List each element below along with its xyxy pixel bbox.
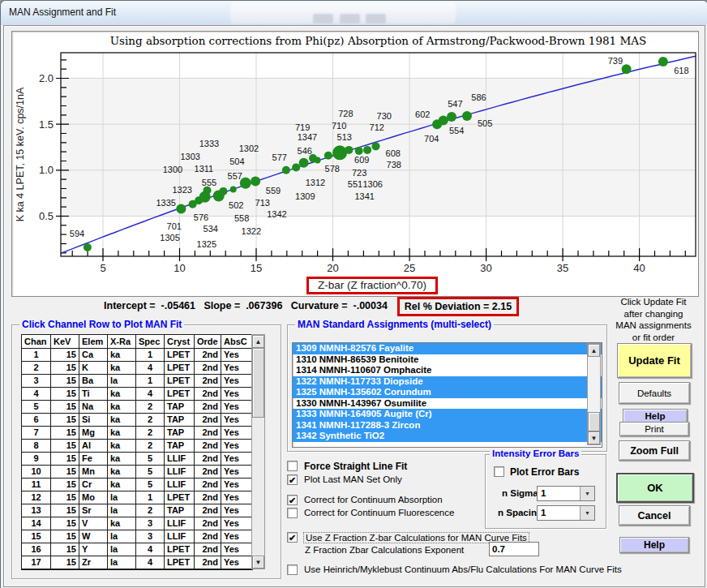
n-spacing-label: n Spacing [498, 508, 542, 517]
man-standard-item[interactable]: 1314 NMNH-110607 Omphacite [293, 365, 602, 376]
scroll-down-icon[interactable]: ▼ [252, 556, 264, 569]
table-cell: 15 [51, 466, 79, 479]
titlebar[interactable]: MAN Assignment and Fit [1, 1, 707, 25]
table-cell: TAP [165, 414, 195, 427]
channel-row[interactable]: 715Mgka2TAP2ndYes [22, 427, 252, 440]
table-cell: 4 [136, 388, 165, 401]
svg-text:730: 730 [377, 111, 392, 121]
n-spacing-value: 1 [541, 508, 546, 517]
channel-row[interactable]: 315Bala1LPET2ndYes [22, 375, 252, 388]
table-cell: 2 [136, 427, 165, 440]
table-cell: 2 [136, 414, 165, 427]
list-scroll-down-icon[interactable]: ▼ [588, 431, 600, 444]
table-cell: Yes [221, 504, 252, 517]
table-scrollbar-thumb[interactable] [252, 348, 264, 418]
channel-table-title: Click Channel Row to Plot MAN Fit [19, 319, 184, 330]
table-cell: 2nd [195, 427, 221, 440]
channel-row[interactable]: 815Alka2TAP2ndYes [22, 440, 252, 453]
table-cell: ka [108, 466, 136, 479]
correct-absorption-checkbox[interactable]: ✔ [287, 495, 298, 505]
table-cell: 15 [51, 517, 79, 530]
n-spacing-select[interactable]: 1 ▼ [537, 505, 595, 521]
man-standard-item[interactable]: 1342 Synthetic TiO2 [293, 431, 602, 442]
table-cell: Sr [79, 504, 108, 517]
list-scrollbar[interactable]: ▲ ▼ [587, 343, 601, 445]
n-sigma-label: n Sigma [502, 488, 538, 498]
svg-text:1311: 1311 [195, 164, 214, 174]
table-cell: 2nd [195, 401, 221, 414]
correct-fluorescence-checkbox[interactable] [287, 508, 298, 518]
man-standard-item[interactable]: 1333 NMNH-164905 Augite (Cr) [293, 409, 602, 420]
man-standard-item[interactable]: 1309 NMNH-82576 Fayalite [293, 343, 602, 354]
channel-row[interactable]: 415Tika4LPET2ndYes [22, 388, 252, 401]
table-cell: 2 [136, 504, 165, 517]
scroll-up-icon[interactable]: ▲ [252, 335, 264, 348]
man-standard-item[interactable]: 1341 NMNH-117288-3 Zircon [293, 420, 602, 431]
cancel-button[interactable]: Cancel [619, 505, 690, 526]
table-cell: 15 [51, 427, 79, 440]
table-cell: 17 [22, 556, 51, 569]
table-cell: 2nd [195, 517, 221, 530]
svg-text:30: 30 [480, 262, 491, 274]
use-zfraction-checkbox[interactable]: ✔ [287, 532, 298, 543]
list-scroll-up-icon[interactable]: ▲ [588, 344, 600, 357]
force-straight-line-label: Force Straight Line Fit [304, 461, 407, 472]
table-cell: 15 [51, 401, 79, 414]
table-cell: 9 [22, 453, 51, 466]
correct-fluorescence-label: Correct for Continuum Fluorescence [304, 508, 454, 517]
channel-row[interactable]: 1415Vka3LLIF2ndYes [22, 517, 252, 530]
channel-row[interactable]: 115Caka1LPET2ndYes [22, 349, 252, 362]
table-cell: LLIF [165, 479, 195, 491]
channel-row[interactable]: 1115Crka5LLIF2ndYes [22, 479, 252, 491]
table-cell: 13 [22, 504, 51, 517]
man-standard-item[interactable]: 1325 NMNH-135602 Corundum [293, 387, 602, 398]
table-cell: 2nd [195, 504, 221, 517]
n-spacing-dropdown-icon[interactable]: ▼ [580, 506, 594, 520]
plot-error-bars-checkbox[interactable] [494, 466, 504, 477]
defaults-button[interactable]: Defaults [619, 382, 690, 404]
man-fit-plot[interactable]: 5941335132370113055765341325555131113001… [12, 32, 698, 296]
svg-text:1342: 1342 [267, 209, 286, 219]
table-cell: 1 [136, 349, 165, 362]
use-heinrich-checkbox[interactable] [287, 564, 298, 575]
svg-text:1.5: 1.5 [39, 118, 54, 131]
man-standard-item[interactable]: 1322 NMNH-117733 Diopside [293, 376, 602, 388]
table-cell: LLIF [165, 517, 195, 530]
update-fit-button[interactable]: Update Fit [617, 343, 692, 378]
channel-row[interactable]: 615Sika2TAP2ndYes [22, 414, 252, 427]
svg-text:576: 576 [194, 212, 208, 222]
zoom-full-button[interactable]: Zoom Full [619, 440, 690, 461]
channel-table[interactable]: ChanKeVElemX-RaSpecCrystOrdeAbsC115Caka1… [21, 334, 253, 570]
man-standard-list[interactable]: 1309 NMNH-82576 Fayalite1310 NMNH-86539 … [292, 342, 602, 448]
man-standard-item[interactable]: 1310 NMNH-86539 Benitoite [293, 354, 602, 366]
man-fit-chart-panel[interactable]: 5941335132370113055765341325555131113001… [11, 31, 699, 297]
n-sigma-select[interactable]: 1 ▼ [537, 486, 595, 501]
help-button-bottom[interactable]: Help [619, 537, 689, 553]
channel-row[interactable]: 1315Srla2TAP2ndYes [22, 504, 252, 517]
n-sigma-dropdown-icon[interactable]: ▼ [580, 487, 594, 500]
channel-row[interactable]: 1015Mnka5LLIF2ndYes [22, 466, 252, 479]
zfraction-exponent-input[interactable]: 0.7 [489, 542, 539, 556]
print-button[interactable]: Print [619, 422, 689, 436]
svg-text:594: 594 [70, 229, 84, 238]
channel-row[interactable]: 1715Zrla4LPET2ndYes [22, 556, 252, 569]
list-scrollbar-thumb[interactable] [588, 412, 600, 431]
channel-row[interactable]: 515Naka2TAP2ndYes [22, 401, 252, 414]
channel-row[interactable]: 915Feka5LLIF2ndYes [22, 453, 252, 466]
table-cell: Ti [79, 388, 108, 401]
table-cell: Yes [221, 414, 252, 427]
man-standard-item[interactable]: 1330 NMNH-143967 Osumilite [293, 398, 602, 410]
channel-row[interactable]: 1615Yla4LPET2ndYes [22, 543, 252, 556]
channel-row[interactable]: 1515Wla3LLIF2ndYes [22, 530, 252, 543]
channel-row[interactable]: 1215Mola1LPET2ndYes [22, 491, 252, 504]
svg-text:723: 723 [352, 168, 366, 178]
svg-text:608: 608 [386, 148, 401, 158]
table-scrollbar[interactable]: ▲ ▼ [251, 334, 265, 569]
channel-row[interactable]: 215Kka4LPET2ndYes [22, 362, 252, 375]
table-cell: 2 [22, 362, 51, 375]
table-cell: 2nd [195, 440, 221, 453]
plot-last-man-checkbox[interactable]: ✔ [287, 474, 298, 485]
ok-button[interactable]: OK [616, 473, 694, 503]
force-straight-line-checkbox[interactable] [287, 461, 298, 471]
svg-text:505: 505 [478, 118, 492, 128]
